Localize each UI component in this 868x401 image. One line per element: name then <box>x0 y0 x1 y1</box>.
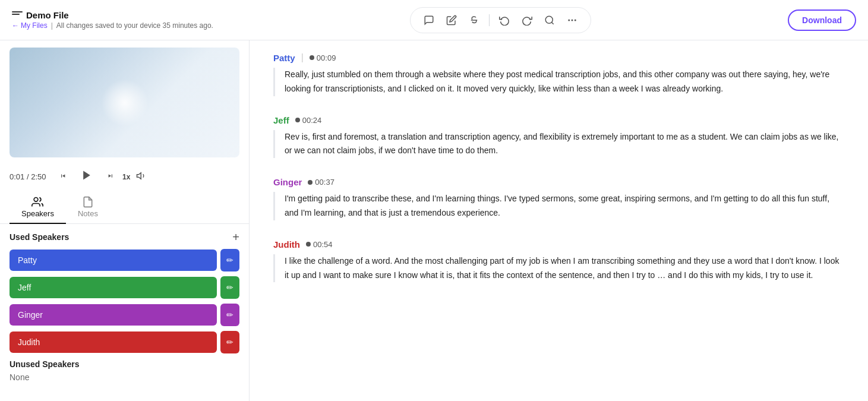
svg-point-3 <box>568 19 570 21</box>
timestamp-judith: 00:54 <box>306 240 333 249</box>
entry-body-ginger: I'm getting paid to transcribe these, an… <box>273 192 844 220</box>
entry-header-judith: Judith 00:54 <box>273 239 844 250</box>
entry-text-patty: Really, just stumbled on them through a … <box>285 68 844 96</box>
redo-button[interactable] <box>517 11 537 29</box>
speed-button[interactable]: 1x <box>122 173 130 181</box>
rewind-button[interactable] <box>57 168 72 186</box>
main-content: 0:01 / 2:50 1x Speakers <box>0 40 868 401</box>
svg-marker-7 <box>137 172 141 179</box>
svg-point-8 <box>34 198 39 202</box>
breadcrumb-separator: | <box>51 21 53 30</box>
transcript-entry-patty: Patty | 00:09 Really, just stumbled on t… <box>273 52 844 96</box>
speakers-panel: Used Speakers + Patty ✏ Jeff ✏ Ginger ✏ … <box>0 224 249 401</box>
edit-tool-button[interactable] <box>441 11 462 29</box>
speaker-label-patty: Patty <box>10 250 217 271</box>
header-left: Demo File My Files | All changes saved t… <box>12 10 213 30</box>
entry-header-jeff: Jeff 00:24 <box>273 115 844 125</box>
transcript-entry-ginger: Ginger 00:37 I'm getting paid to transcr… <box>273 177 844 220</box>
speaker-label-jeff: Jeff <box>10 277 217 298</box>
timestamp-jeff: 00:24 <box>295 116 322 125</box>
transcript-entry-jeff: Jeff 00:24 Rev is, first and foremost, a… <box>273 115 844 159</box>
edit-speaker-judith-button[interactable]: ✏ <box>220 331 239 353</box>
speaker-name-ginger: Ginger <box>273 177 302 187</box>
volume-button[interactable] <box>136 170 147 184</box>
add-speaker-button[interactable]: + <box>232 231 239 243</box>
entry-header-patty: Patty | 00:09 <box>273 52 844 63</box>
unused-speakers-none: None <box>10 372 239 382</box>
play-button[interactable] <box>78 167 95 187</box>
video-glow <box>101 79 149 127</box>
undo-button[interactable] <box>494 11 515 29</box>
ts-dot-ginger <box>308 180 313 185</box>
ts-dot-patty <box>310 55 314 60</box>
entry-body-jeff: Rev is, first and foremost, a translatio… <box>273 130 844 159</box>
strikethrough-tool-button[interactable] <box>464 11 484 29</box>
back-link[interactable]: My Files <box>12 21 48 30</box>
time-display: 0:01 / 2:50 <box>10 172 51 181</box>
entry-text-jeff: Rev is, first and foremost, a translatio… <box>285 130 844 159</box>
comment-tool-button[interactable] <box>419 11 439 29</box>
entry-header-ginger: Ginger 00:37 <box>273 177 844 187</box>
left-panel: 0:01 / 2:50 1x Speakers <box>0 40 250 401</box>
speaker-label-judith: Judith <box>10 331 217 353</box>
ts-dot-jeff <box>295 118 300 122</box>
tab-notes[interactable]: Notes <box>66 191 110 224</box>
speaker-name-jeff: Jeff <box>273 115 289 125</box>
header-subtitle: My Files | All changes saved to your dev… <box>12 21 213 30</box>
divider-patty: | <box>301 52 304 63</box>
header: Demo File My Files | All changes saved t… <box>0 0 868 40</box>
video-player[interactable] <box>10 48 239 157</box>
more-options-button[interactable] <box>562 11 582 29</box>
svg-point-1 <box>545 16 553 23</box>
search-button[interactable] <box>539 11 560 29</box>
ts-dot-judith <box>306 242 311 247</box>
edit-speaker-jeff-button[interactable]: ✏ <box>220 276 239 299</box>
speaker-name-judith: Judith <box>273 239 300 250</box>
player-controls: 0:01 / 2:50 1x <box>0 162 249 191</box>
transcript-panel: Patty | 00:09 Really, just stumbled on t… <box>250 40 868 401</box>
speaker-row-judith: Judith ✏ <box>10 331 239 353</box>
save-status: All changes saved to your device 35 minu… <box>56 21 213 30</box>
timestamp-patty: 00:09 <box>310 53 336 62</box>
used-speakers-title: Used Speakers <box>10 232 69 242</box>
entry-body-judith: I like the challenge of a word. And the … <box>273 254 844 283</box>
toolbar <box>410 7 591 33</box>
used-speakers-header: Used Speakers + <box>10 231 239 243</box>
speaker-row-jeff: Jeff ✏ <box>10 276 239 299</box>
speaker-row-patty: Patty ✏ <box>10 249 239 271</box>
timestamp-ginger: 00:37 <box>308 178 334 187</box>
svg-line-2 <box>552 22 554 24</box>
entry-body-patty: Really, just stumbled on them through a … <box>273 68 844 96</box>
entry-text-judith: I like the challenge of a word. And the … <box>285 254 844 283</box>
download-button[interactable]: Download <box>788 10 856 31</box>
transcript-entry-judith: Judith 00:54 I like the challenge of a w… <box>273 239 844 283</box>
forward-button[interactable] <box>101 168 116 186</box>
speaker-row-ginger: Ginger ✏ <box>10 304 239 326</box>
edit-speaker-ginger-button[interactable]: ✏ <box>220 304 239 326</box>
unused-speakers-title: Unused Speakers <box>10 359 239 369</box>
document-icon <box>12 11 23 20</box>
svg-marker-6 <box>83 171 90 180</box>
app-title: Demo File <box>12 10 213 20</box>
file-title: Demo File <box>26 10 69 20</box>
svg-point-5 <box>575 19 576 21</box>
edit-speaker-patty-button[interactable]: ✏ <box>220 249 239 271</box>
speaker-name-patty: Patty <box>273 53 295 63</box>
entry-text-ginger: I'm getting paid to transcribe these, an… <box>285 192 844 220</box>
toolbar-divider-1 <box>489 14 490 26</box>
tabs: Speakers Notes <box>0 191 249 224</box>
tab-speakers[interactable]: Speakers <box>10 191 66 224</box>
speaker-label-ginger: Ginger <box>10 304 217 326</box>
svg-point-4 <box>572 19 573 21</box>
